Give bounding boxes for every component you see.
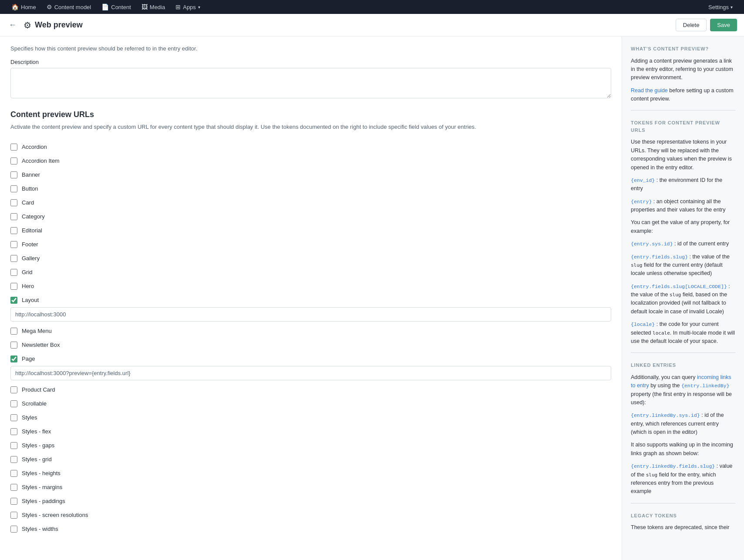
nav-home[interactable]: 🏠 Home — [7, 2, 40, 12]
content-type-item: Styles - heights — [10, 466, 611, 480]
linked-entries-title: LINKED ENTRIES — [631, 362, 735, 369]
entry-code: {entry} — [631, 199, 652, 205]
nav-settings[interactable]: Settings ▾ — [704, 2, 737, 12]
content-type-checkbox[interactable] — [10, 213, 17, 220]
back-icon: ← — [9, 20, 17, 29]
content-type-label: Banner — [22, 171, 40, 178]
divider-1 — [631, 110, 735, 111]
content-type-checkbox[interactable] — [10, 269, 17, 276]
content-type-item: Styles - screen resolutions — [10, 508, 611, 522]
token-env-id: {env_id} : the environment ID for the en… — [631, 176, 735, 193]
content-type-checkbox[interactable] — [10, 255, 17, 262]
read-guide-link[interactable]: Read the guide — [631, 87, 668, 94]
main-layout: Specifies how this content preview shoul… — [0, 37, 744, 560]
content-type-checkbox[interactable] — [10, 171, 17, 178]
description-hint: Specifies how this content preview shoul… — [10, 45, 611, 52]
content-type-row: Category — [10, 210, 611, 224]
content-model-icon: ⚙ — [47, 3, 52, 10]
content-type-checkbox[interactable] — [10, 470, 17, 477]
content-type-item: Newsletter Box — [10, 338, 611, 352]
content-type-row: Styles - grid — [10, 453, 611, 466]
content-type-checkbox[interactable] — [10, 428, 17, 435]
content-type-url-input[interactable] — [10, 307, 611, 322]
what-is-text: Adding a content preview generates a lin… — [631, 57, 735, 82]
page-title-area: ⚙ Web preview — [24, 20, 670, 30]
content-type-checkbox[interactable] — [10, 241, 17, 248]
content-type-row: Scrollable — [10, 397, 611, 411]
token-entry-fields-slug: {entry.fields.slug} : the value of the s… — [631, 253, 735, 278]
content-type-item: Styles - flex — [10, 425, 611, 439]
nav-content-model[interactable]: ⚙ Content model — [42, 2, 96, 12]
linked-entries-desc: Additionally, you can query incoming lin… — [631, 373, 735, 407]
content-type-url-input[interactable] — [10, 366, 611, 380]
back-button[interactable]: ← — [7, 19, 18, 31]
token-entry-linkedby-sys-id: {entry.linkedBy.sys.id} : id of the entr… — [631, 411, 735, 436]
content-type-label: Page — [22, 355, 35, 362]
content-type-checkbox[interactable] — [10, 144, 17, 151]
content-type-checkbox[interactable] — [10, 526, 17, 533]
token-locale: {locale} : the code for your current sel… — [631, 320, 735, 345]
content-type-checkbox[interactable] — [10, 297, 17, 304]
content-type-checkbox[interactable] — [10, 442, 17, 449]
content-type-item: Page — [10, 352, 611, 383]
legacy-text: These tokens are deprecated, since their — [631, 523, 735, 532]
content-type-label: Footer — [22, 241, 38, 248]
nav-settings-label: Settings — [708, 4, 729, 10]
content-type-checkbox[interactable] — [10, 414, 17, 421]
content-type-label: Grid — [22, 269, 33, 275]
nav-apps[interactable]: ⊞ Apps ▾ — [171, 2, 205, 12]
save-button[interactable]: Save — [710, 19, 737, 31]
description-textarea[interactable] — [10, 68, 611, 98]
apps-dropdown-icon: ▾ — [198, 5, 200, 10]
content-type-checkbox[interactable] — [10, 227, 17, 234]
content-type-label: Layout — [22, 297, 39, 303]
locale-code: {locale} — [631, 322, 655, 327]
content-type-row: Product Card — [10, 383, 611, 397]
content-type-checkbox[interactable] — [10, 328, 17, 335]
delete-button[interactable]: Delete — [676, 19, 707, 31]
content-type-item: Styles - widths — [10, 522, 611, 536]
content-type-item: Hero — [10, 279, 611, 293]
content-type-row: Styles - heights — [10, 466, 611, 480]
token-entry: {entry} : an object containing all the p… — [631, 198, 735, 215]
linked-entries-walking-desc: It also supports walking up in the incom… — [631, 441, 735, 458]
left-content: Specifies how this content preview shoul… — [0, 37, 622, 560]
description-field: Description — [10, 59, 611, 100]
content-type-checkbox[interactable] — [10, 386, 17, 393]
content-type-item: Mega Menu — [10, 324, 611, 338]
header-actions: Delete Save — [676, 19, 737, 31]
content-type-item: Gallery — [10, 251, 611, 265]
description-label: Description — [10, 59, 611, 65]
content-type-checkbox[interactable] — [10, 456, 17, 463]
content-type-row: Layout — [10, 293, 611, 307]
content-type-checkbox[interactable] — [10, 498, 17, 505]
entry-linkedby-sys-id-code: {entry.linkedBy.sys.id} — [631, 412, 700, 418]
entry-linked-by-code: {entry.linkedBy} — [681, 383, 729, 389]
media-icon: 🖼 — [141, 3, 148, 10]
content-icon: 📄 — [101, 3, 109, 10]
content-type-row: Styles - widths — [10, 522, 611, 536]
nav-apps-label: Apps — [183, 4, 196, 10]
entry-linkedby-fields-slug-code: {entry.linkedBy.fields.slug} — [631, 463, 715, 469]
content-type-label: Styles - screen resolutions — [22, 512, 88, 518]
content-type-item: Styles - margins — [10, 480, 611, 494]
content-type-checkbox[interactable] — [10, 342, 17, 349]
content-type-label: Gallery — [22, 255, 40, 262]
content-type-item: Editorial — [10, 224, 611, 238]
content-type-checkbox[interactable] — [10, 484, 17, 491]
nav-content[interactable]: 📄 Content — [97, 2, 135, 12]
read-guide-text: Read the guide before setting up a custo… — [631, 87, 735, 104]
content-type-checkbox[interactable] — [10, 199, 17, 206]
content-type-row: Styles — [10, 411, 611, 425]
content-type-row: Grid — [10, 265, 611, 279]
content-type-checkbox[interactable] — [10, 355, 17, 362]
content-type-checkbox[interactable] — [10, 400, 17, 407]
content-type-checkbox[interactable] — [10, 283, 17, 290]
content-type-label: Styles - flex — [22, 428, 51, 435]
nav-home-label: Home — [21, 4, 36, 10]
content-type-checkbox[interactable] — [10, 185, 17, 192]
content-type-label: Mega Menu — [22, 328, 52, 334]
nav-media[interactable]: 🖼 Media — [137, 2, 169, 12]
content-type-checkbox[interactable] — [10, 512, 17, 519]
content-type-checkbox[interactable] — [10, 158, 17, 164]
